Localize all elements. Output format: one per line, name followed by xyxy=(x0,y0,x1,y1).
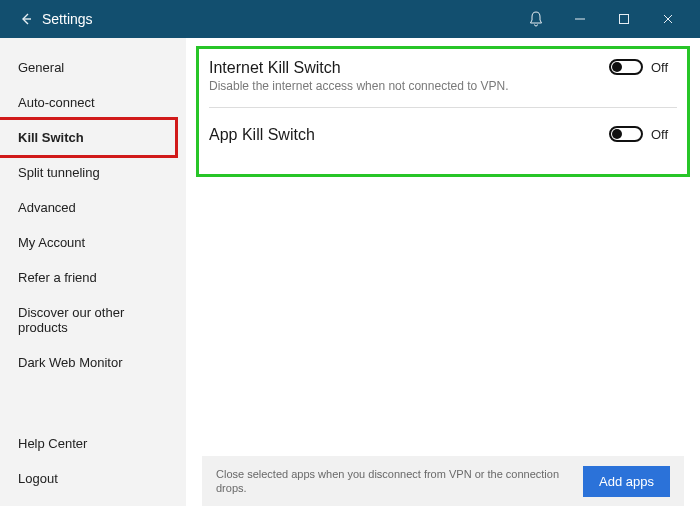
setting-title: App Kill Switch xyxy=(209,126,609,144)
toggle-knob xyxy=(612,62,622,72)
content-area: Internet Kill Switch Disable the interne… xyxy=(186,38,700,506)
minimize-icon xyxy=(574,13,586,25)
close-icon xyxy=(662,13,674,25)
toggle-state-label: Off xyxy=(651,127,677,142)
sidebar-bottom: Help Center Logout xyxy=(0,426,186,506)
setting-description: Disable the internet access when not con… xyxy=(209,79,609,93)
sidebar-item-label: Logout xyxy=(18,471,58,486)
sidebar-item-label: Advanced xyxy=(18,200,76,215)
app-kill-toggle[interactable] xyxy=(609,126,643,142)
sidebar-item-label: Auto-connect xyxy=(18,95,95,110)
main: General Auto-connect Kill Switch Split t… xyxy=(0,38,700,506)
bell-icon xyxy=(529,11,543,27)
sidebar-item-discover-products[interactable]: Discover our other products xyxy=(0,295,186,345)
back-arrow-icon xyxy=(19,12,33,26)
sidebar-item-label: General xyxy=(18,60,64,75)
footer-bar: Close selected apps when you disconnect … xyxy=(202,456,684,506)
sidebar-item-refer-friend[interactable]: Refer a friend xyxy=(0,260,186,295)
footer-message: Close selected apps when you disconnect … xyxy=(216,467,583,496)
sidebar-item-label: Kill Switch xyxy=(18,130,84,145)
sidebar-item-dark-web-monitor[interactable]: Dark Web Monitor xyxy=(0,345,186,380)
divider xyxy=(209,107,677,108)
close-button[interactable] xyxy=(646,0,690,38)
minimize-button[interactable] xyxy=(558,0,602,38)
maximize-icon xyxy=(618,13,630,25)
toggle-knob xyxy=(612,129,622,139)
sidebar-item-label: Refer a friend xyxy=(18,270,97,285)
maximize-button[interactable] xyxy=(602,0,646,38)
sidebar-item-split-tunneling[interactable]: Split tunneling xyxy=(0,155,186,190)
toggle-state-label: Off xyxy=(651,60,677,75)
setting-text: Internet Kill Switch Disable the interne… xyxy=(209,59,609,93)
toggle-group: Off xyxy=(609,126,677,142)
toggle-group: Off xyxy=(609,59,677,75)
sidebar-item-label: Split tunneling xyxy=(18,165,100,180)
internet-kill-toggle[interactable] xyxy=(609,59,643,75)
svg-rect-0 xyxy=(620,15,629,24)
setting-text: App Kill Switch xyxy=(209,126,609,144)
add-apps-button[interactable]: Add apps xyxy=(583,466,670,497)
sidebar-item-general[interactable]: General xyxy=(0,50,186,85)
sidebar-item-my-account[interactable]: My Account xyxy=(0,225,186,260)
sidebar-item-advanced[interactable]: Advanced xyxy=(0,190,186,225)
sidebar-item-kill-switch[interactable]: Kill Switch xyxy=(0,117,178,158)
sidebar-item-label: Dark Web Monitor xyxy=(18,355,123,370)
window-title: Settings xyxy=(42,11,93,27)
setting-internet-kill-switch: Internet Kill Switch Disable the interne… xyxy=(209,55,677,103)
sidebar-item-label: Help Center xyxy=(18,436,87,451)
sidebar-item-label: My Account xyxy=(18,235,85,250)
sidebar-item-label: Discover our other products xyxy=(18,305,124,335)
setting-title: Internet Kill Switch xyxy=(209,59,609,77)
highlighted-section: Internet Kill Switch Disable the interne… xyxy=(196,46,690,177)
sidebar-item-auto-connect[interactable]: Auto-connect xyxy=(0,85,186,120)
back-button[interactable] xyxy=(16,12,42,26)
titlebar: Settings xyxy=(0,0,700,38)
sidebar-item-logout[interactable]: Logout xyxy=(0,461,186,496)
sidebar-item-help-center[interactable]: Help Center xyxy=(0,426,186,461)
sidebar: General Auto-connect Kill Switch Split t… xyxy=(0,38,186,506)
notifications-button[interactable] xyxy=(514,0,558,38)
setting-app-kill-switch: App Kill Switch Off xyxy=(209,122,677,154)
